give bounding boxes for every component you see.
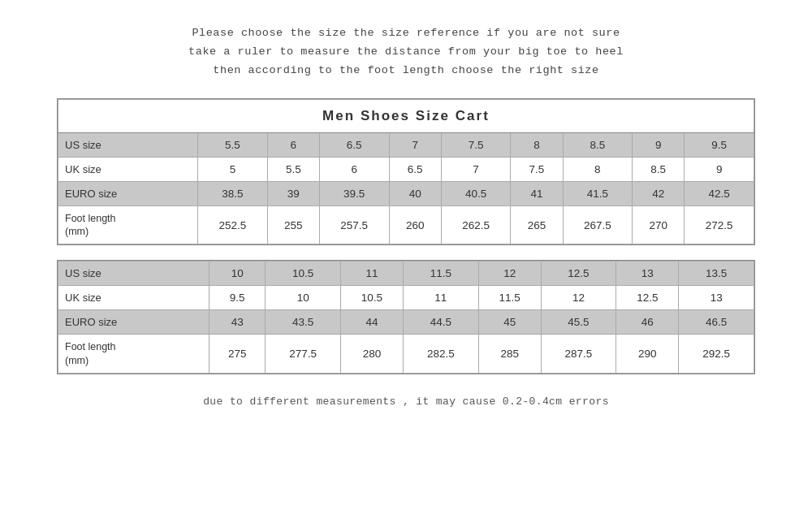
cell-value: 252.5 xyxy=(198,205,268,244)
cell-value: 39.5 xyxy=(319,181,389,205)
cell-value: 12.5 xyxy=(616,286,679,310)
cell-value: 39 xyxy=(267,181,319,205)
cell-value: 12.5 xyxy=(541,261,616,286)
cell-value: 260 xyxy=(389,205,441,244)
cell-value: 40.5 xyxy=(441,181,511,205)
cell-value: 38.5 xyxy=(198,181,268,205)
cell-value: 12 xyxy=(541,286,616,310)
cell-value: 8 xyxy=(511,132,563,157)
table-row: EURO size38.53939.54040.54141.54242.5 xyxy=(58,181,754,205)
cell-value: 5.5 xyxy=(267,157,319,181)
cell-value: 6 xyxy=(267,132,319,157)
cell-value: 42 xyxy=(633,181,685,205)
cell-value: 290 xyxy=(616,335,679,374)
intro-line3: then according to the foot length choose… xyxy=(188,62,624,80)
cell-value: 7.5 xyxy=(441,132,511,157)
row-label: Foot length(mm) xyxy=(58,335,209,374)
cell-value: 46.5 xyxy=(679,310,754,335)
cell-value: 272.5 xyxy=(685,205,754,244)
table-title: Men Shoes Size Cart xyxy=(58,99,754,132)
cell-value: 46 xyxy=(616,310,679,335)
cell-value: 5.5 xyxy=(198,132,268,157)
cell-value: 11.5 xyxy=(478,286,541,310)
row-label: EURO size xyxy=(58,181,198,205)
row-label: UK size xyxy=(58,286,209,310)
table-row: Foot length(mm)275277.5280282.5285287.52… xyxy=(58,335,754,374)
cell-value: 10 xyxy=(209,261,266,286)
table-row: US size5.566.577.588.599.5 xyxy=(58,132,754,157)
cell-value: 44.5 xyxy=(404,310,479,335)
intro-text: Please choose the size the size referenc… xyxy=(188,24,624,80)
cell-value: 13.5 xyxy=(679,261,754,286)
cell-value: 41 xyxy=(511,181,563,205)
row-label: UK size xyxy=(58,157,198,181)
cell-value: 9.5 xyxy=(685,132,754,157)
cell-value: 10 xyxy=(266,286,341,310)
cell-value: 285 xyxy=(478,335,541,374)
cell-value: 9.5 xyxy=(209,286,266,310)
cell-value: 13 xyxy=(616,261,679,286)
cell-value: 11 xyxy=(340,261,403,286)
cell-value: 9 xyxy=(633,132,685,157)
cell-value: 287.5 xyxy=(541,335,616,374)
cell-value: 41.5 xyxy=(563,181,633,205)
cell-value: 40 xyxy=(389,181,441,205)
cell-value: 262.5 xyxy=(441,205,511,244)
footer-text: due to different measurements , it may c… xyxy=(203,395,609,408)
cell-value: 12 xyxy=(478,261,541,286)
cell-value: 11.5 xyxy=(404,261,479,286)
table-row: US size1010.51111.51212.51313.5 xyxy=(58,261,754,286)
cell-value: 6.5 xyxy=(319,132,389,157)
cell-value: 6 xyxy=(319,157,389,181)
cell-value: 270 xyxy=(633,205,685,244)
table1-container: Men Shoes Size CartUS size5.566.577.588.… xyxy=(57,98,755,246)
intro-line1: Please choose the size the size referenc… xyxy=(188,24,624,43)
table-row: UK size9.51010.51111.51212.513 xyxy=(58,286,754,310)
cell-value: 7.5 xyxy=(511,157,563,181)
cell-value: 265 xyxy=(511,205,563,244)
cell-value: 13 xyxy=(679,286,754,310)
cell-value: 8.5 xyxy=(633,157,685,181)
cell-value: 6.5 xyxy=(389,157,441,181)
cell-value: 9 xyxy=(685,157,754,181)
cell-value: 43 xyxy=(209,310,266,335)
cell-value: 45 xyxy=(478,310,541,335)
table-row: EURO size4343.54444.54545.54646.5 xyxy=(58,310,754,335)
cell-value: 42.5 xyxy=(685,181,754,205)
cell-value: 45.5 xyxy=(541,310,616,335)
table2-container: US size1010.51111.51212.51313.5UK size9.… xyxy=(57,260,755,374)
table2: US size1010.51111.51212.51313.5UK size9.… xyxy=(58,261,754,374)
table-row: UK size55.566.577.588.59 xyxy=(58,157,754,181)
cell-value: 8.5 xyxy=(563,132,633,157)
cell-value: 282.5 xyxy=(404,335,479,374)
table1: Men Shoes Size CartUS size5.566.577.588.… xyxy=(58,99,754,245)
cell-value: 7 xyxy=(389,132,441,157)
cell-value: 267.5 xyxy=(563,205,633,244)
table-row: Foot length(mm)252.5255257.5260262.52652… xyxy=(58,205,754,244)
cell-value: 280 xyxy=(340,335,403,374)
cell-value: 10.5 xyxy=(266,261,341,286)
cell-value: 7 xyxy=(441,157,511,181)
cell-value: 44 xyxy=(340,310,403,335)
cell-value: 255 xyxy=(267,205,319,244)
cell-value: 277.5 xyxy=(266,335,341,374)
cell-value: 292.5 xyxy=(679,335,754,374)
cell-value: 8 xyxy=(563,157,633,181)
cell-value: 5 xyxy=(198,157,268,181)
intro-line2: take a ruler to measure the distance fro… xyxy=(188,43,624,62)
cell-value: 257.5 xyxy=(319,205,389,244)
cell-value: 275 xyxy=(209,335,266,374)
row-label: EURO size xyxy=(58,310,209,335)
row-label: US size xyxy=(58,132,198,157)
cell-value: 43.5 xyxy=(266,310,341,335)
cell-value: 10.5 xyxy=(340,286,403,310)
row-label: US size xyxy=(58,261,209,286)
cell-value: 11 xyxy=(404,286,479,310)
row-label: Foot length(mm) xyxy=(58,205,198,244)
